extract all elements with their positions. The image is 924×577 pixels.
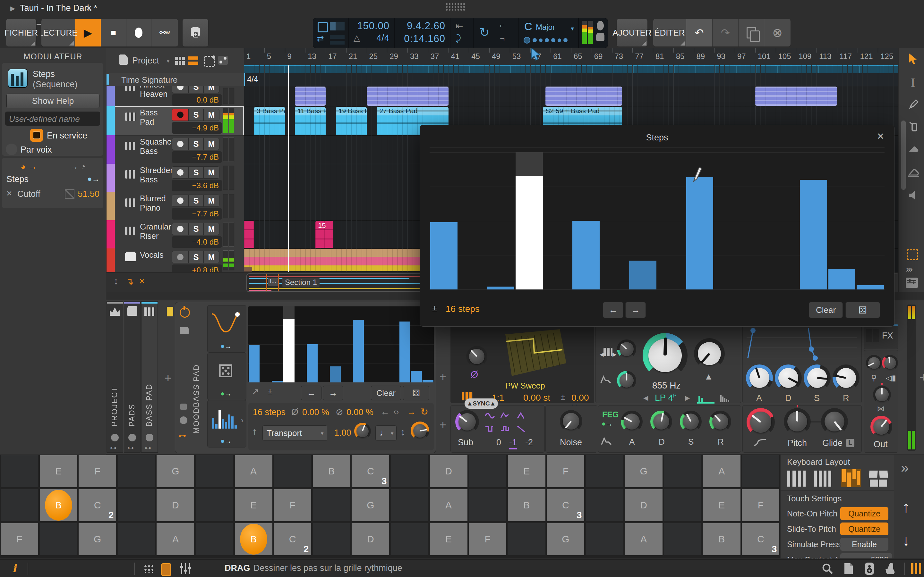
step-bar[interactable] xyxy=(430,222,457,290)
insert-device-plus1[interactable]: + xyxy=(439,370,446,384)
monitor-icon[interactable] xyxy=(864,562,875,575)
key-g[interactable]: G xyxy=(625,455,662,487)
touch-icon[interactable] xyxy=(884,562,897,575)
steps-shift-right-button[interactable]: → xyxy=(323,386,343,400)
key-c3[interactable]: C3 xyxy=(742,523,779,555)
clip-vocals-strip[interactable] xyxy=(244,257,420,266)
clip-granular-riser[interactable]: 15 xyxy=(315,221,333,248)
step-bar[interactable] xyxy=(515,176,543,290)
add-track-tab-button[interactable]: + xyxy=(164,371,172,385)
modulator-slot-steps[interactable]: › ●→ xyxy=(207,400,246,448)
clip-almost-heaven[interactable] xyxy=(367,87,449,106)
selection-tool-icon[interactable] xyxy=(204,56,215,67)
device-tab-pads[interactable]: PADS⊶ xyxy=(124,301,141,453)
insert-device-plus2[interactable]: + xyxy=(439,418,446,432)
dir-pingpong-icon[interactable]: ‹› xyxy=(393,407,399,417)
spectrum-icon[interactable] xyxy=(720,394,736,402)
key-g[interactable]: G xyxy=(547,523,584,555)
mod-amount-value[interactable]: 51.50 xyxy=(76,189,99,199)
tab-knob-icon[interactable] xyxy=(145,434,153,442)
file-browser-icon[interactable] xyxy=(843,562,854,575)
device-active-chip-icon[interactable] xyxy=(30,129,43,142)
clip-almost-heaven[interactable] xyxy=(755,87,837,106)
key-b[interactable]: B xyxy=(235,523,272,555)
step-bar[interactable] xyxy=(629,261,656,290)
key-f[interactable]: F xyxy=(79,455,116,487)
stop-button[interactable]: ■ xyxy=(101,19,126,47)
expand-panel-icon[interactable]: ››› xyxy=(906,263,911,274)
layout-pads-icon[interactable] xyxy=(869,471,888,487)
key-e[interactable]: E xyxy=(40,455,78,487)
volume-field[interactable]: +0.8 dB xyxy=(172,264,222,272)
key-b[interactable]: B xyxy=(703,523,740,555)
layout-strips-icon-selected[interactable] xyxy=(841,469,861,487)
keyboard-expand-icon[interactable]: » xyxy=(901,460,909,476)
key-f[interactable]: F xyxy=(547,455,584,487)
retrigger-icon[interactable]: ↑ xyxy=(252,426,257,437)
solo-button[interactable]: S xyxy=(188,251,204,263)
key-black[interactable] xyxy=(664,523,701,555)
key-f[interactable]: F xyxy=(274,489,311,521)
solo-button[interactable]: S xyxy=(188,86,204,93)
lfo-modout-icon[interactable]: ●→ xyxy=(220,342,232,350)
arranger-settings-icon[interactable] xyxy=(906,277,918,288)
user-name-input[interactable]: User-defined name xyxy=(5,111,100,126)
step-bar[interactable] xyxy=(307,344,318,382)
mute-button[interactable]: M xyxy=(204,166,220,179)
key-a[interactable]: A xyxy=(625,523,662,555)
delete-button[interactable]: ⊗ xyxy=(764,19,790,47)
popup-shift-right-button[interactable]: → xyxy=(625,302,646,318)
step-bar[interactable] xyxy=(686,177,714,290)
key-black[interactable] xyxy=(1,489,38,521)
device-name[interactable]: MOODBASS PAD xyxy=(192,322,201,434)
play-button[interactable]: ▶ xyxy=(75,19,101,47)
mod-source-name[interactable]: Steps xyxy=(6,174,29,184)
mod-target-tab-icon[interactable]: → ◔ xyxy=(70,161,86,171)
key-a[interactable]: A xyxy=(157,523,194,555)
tempo-segment[interactable]: 150.00 △ 4/4 xyxy=(349,18,395,48)
sub-oct-minus2[interactable]: -2 xyxy=(525,438,533,448)
sub-wave-icons[interactable] xyxy=(484,410,532,434)
filter-drive-knob[interactable] xyxy=(617,340,636,359)
mixer-icon[interactable] xyxy=(180,563,191,574)
step-bar[interactable] xyxy=(423,380,433,382)
key-dropdown-icon[interactable]: ▼ xyxy=(570,26,575,32)
mod-remove-icon[interactable]: × xyxy=(6,188,12,199)
key-black[interactable] xyxy=(274,455,311,487)
key-f[interactable]: F xyxy=(742,489,779,521)
feg-modout-icon[interactable]: ●→ xyxy=(602,420,613,428)
project-tab-arrow-icon[interactable]: ▶ xyxy=(10,5,15,12)
step-bar[interactable] xyxy=(283,319,294,382)
depth-knob[interactable] xyxy=(411,422,429,440)
track-name[interactable]: Bass Pad xyxy=(140,108,172,127)
feg-env-icon[interactable] xyxy=(601,436,612,446)
key-g[interactable]: G xyxy=(79,523,116,555)
key-c2[interactable]: C2 xyxy=(274,523,311,555)
feg-a-knob[interactable] xyxy=(621,411,643,432)
modulator-slot-random[interactable]: ⚄ ●→ xyxy=(207,353,246,400)
duplicate-button[interactable] xyxy=(738,19,764,47)
section-label[interactable]: Section 1 xyxy=(282,278,320,287)
key-e[interactable]: E xyxy=(508,455,545,487)
pen-tool-icon[interactable] xyxy=(908,99,919,110)
rate-knob[interactable] xyxy=(354,423,371,440)
rate-value[interactable]: 1.00 xyxy=(334,428,351,438)
phase-random-icon[interactable]: Ø xyxy=(471,369,478,380)
record-arm-button[interactable] xyxy=(172,109,189,121)
filter-type-prev-icon[interactable]: ◀ xyxy=(643,394,648,402)
key-black[interactable] xyxy=(118,455,155,487)
filter-env-knob[interactable] xyxy=(617,371,636,390)
out-knob[interactable] xyxy=(871,416,892,438)
track-name[interactable]: Vocals xyxy=(140,250,172,259)
key-b[interactable]: B xyxy=(40,489,78,521)
project-selector[interactable]: Project xyxy=(132,56,159,66)
key-c3[interactable]: C3 xyxy=(352,455,389,487)
crossfade-icon[interactable]: ⋈ xyxy=(877,404,885,413)
project-tab-title[interactable]: Tauri - In The Dark * xyxy=(20,3,97,13)
per-voice-toggle[interactable] xyxy=(6,143,17,155)
step-bar[interactable] xyxy=(330,366,341,382)
device-tab-project[interactable]: PROJECT⊶ xyxy=(107,301,123,453)
record-arm-button[interactable] xyxy=(172,223,189,235)
step-bar[interactable] xyxy=(249,345,260,382)
device-moodbass-pad[interactable]: MOODBASS PAD ⊶ ●→ ⚄ ●→ › ● xyxy=(175,302,436,453)
